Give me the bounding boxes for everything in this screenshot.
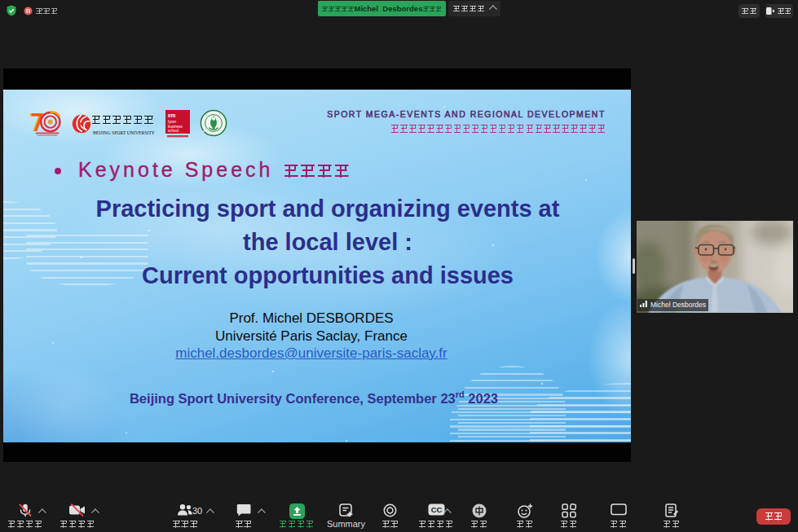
svg-text:em: em bbox=[168, 112, 176, 118]
svg-text:school: school bbox=[168, 129, 179, 133]
svg-text:CC: CC bbox=[430, 505, 442, 514]
svg-text:BEIJING SPORT UNIVERSITY: BEIJING SPORT UNIVERSITY bbox=[93, 130, 155, 135]
svg-text:lyon: lyon bbox=[168, 119, 176, 124]
